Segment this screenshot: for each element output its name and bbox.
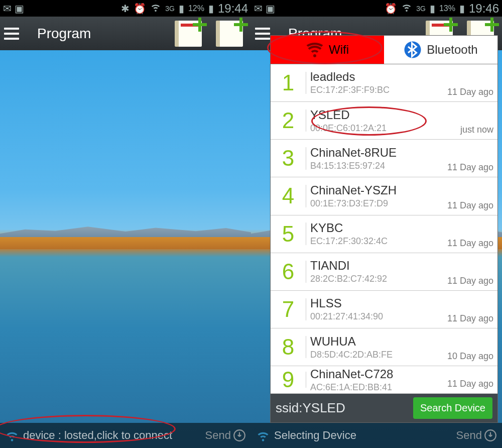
bluetooth-icon — [404, 41, 422, 59]
device-index: 4 — [275, 183, 302, 208]
app-bar: Program — [0, 17, 251, 50]
battery-icon: ▮ — [208, 3, 214, 15]
page-title: Program — [27, 26, 165, 42]
device-mac: D8:5D:4C:2D:AB:FE — [310, 350, 447, 360]
device-ago: just now — [460, 125, 493, 139]
send-button[interactable]: Send — [205, 429, 246, 442]
ssid-label: ssid:YSLED — [276, 400, 408, 416]
send-button[interactable]: Send — [456, 429, 497, 442]
phone-left: ✉ ▣ ✱ ⏰ 3G ▮ 12% ▮ 19:44 Program device … — [0, 0, 251, 448]
wifi-icon — [306, 41, 324, 59]
battery-percent: 12% — [188, 4, 204, 13]
bottom-bar: device : losted,click to connect Send — [0, 423, 251, 448]
device-list: 1leadledsEC:17:2F:3F:F9:BC11 Day ago2YSL… — [271, 64, 497, 394]
device-mac: EC:17:2F:30:32:4C — [310, 236, 447, 247]
device-status-text[interactable]: device : losted,click to connect — [23, 429, 172, 442]
wifi-icon — [401, 2, 412, 15]
network-type: 3G — [165, 5, 175, 13]
device-name: KYBC — [310, 221, 447, 235]
device-ago: 11 Day ago — [447, 162, 493, 177]
mail-icon: ✉ — [3, 3, 12, 15]
alarm-icon: ⏰ — [385, 3, 397, 15]
device-index: 2 — [275, 108, 302, 133]
tab-wifi[interactable]: Wifi — [271, 36, 384, 64]
device-name: leadleds — [310, 70, 447, 84]
download-icon: ▣ — [15, 3, 24, 15]
download-circle-icon — [233, 429, 246, 442]
clock: 19:46 — [469, 2, 499, 16]
dialog-footer: ssid:YSLED Search Device — [271, 394, 497, 422]
bluetooth-icon: ✱ — [121, 3, 130, 15]
add-page-button[interactable] — [173, 19, 206, 49]
device-name: ChinaNet-8RUE — [310, 146, 447, 160]
tab-bluetooth[interactable]: Bluetooth — [384, 36, 497, 64]
device-name: WUHUA — [310, 334, 447, 349]
device-mac: 00:0E:C6:01:2A:21 — [310, 123, 460, 134]
add-list-button[interactable] — [214, 19, 247, 49]
device-row[interactable]: 4ChinaNet-YSZH00:1E:73:D3:E7:D911 Day ag… — [271, 177, 497, 215]
device-status-text: Selecting Device — [274, 429, 356, 442]
device-row[interactable]: 6TIANDI28:2C:B2:C7:42:9211 Day ago — [271, 253, 497, 291]
device-row[interactable]: 7HLSS00:21:27:41:34:9011 Day ago — [271, 291, 497, 328]
menu-button[interactable] — [255, 28, 270, 40]
mail-icon: ✉ — [254, 3, 263, 15]
wifi-icon — [150, 2, 161, 15]
device-name: HLSS — [310, 296, 447, 310]
device-index: 7 — [275, 297, 302, 322]
download-circle-icon — [484, 429, 497, 442]
battery-percent: 13% — [439, 4, 455, 13]
device-row[interactable]: 8WUHUAD8:5D:4C:2D:AB:FE10 Day ago — [271, 328, 497, 366]
device-index: 1 — [275, 70, 302, 95]
device-name: ChinaNet-YSZH — [310, 183, 447, 197]
device-name: TIANDI — [310, 259, 447, 273]
signal-icon: ▮ — [430, 3, 435, 15]
battery-icon: ▮ — [459, 3, 465, 15]
device-row[interactable]: 2YSLED00:0E:C6:01:2A:21just now — [271, 102, 497, 140]
device-mac: EC:17:2F:3F:F9:BC — [310, 85, 447, 95]
device-row[interactable]: 9ChinaNet-C728AC:6E:1A:ED:BB:4111 Day ag… — [271, 366, 497, 394]
search-device-button[interactable]: Search Device — [413, 397, 492, 419]
device-mac: AC:6E:1A:ED:BB:41 — [310, 382, 447, 393]
device-ago: 11 Day ago — [447, 379, 493, 393]
device-ago: 11 Day ago — [447, 238, 493, 253]
device-name: YSLED — [310, 108, 460, 122]
wallpaper — [0, 50, 251, 448]
device-mac: 00:1E:73:D3:E7:D9 — [310, 198, 447, 209]
device-ago: 11 Day ago — [447, 276, 493, 290]
status-bar: ✉ ▣ ⏰ 3G ▮ 13% ▮ 19:46 — [251, 0, 502, 17]
device-row[interactable]: 1leadledsEC:17:2F:3F:F9:BC11 Day ago — [271, 64, 497, 102]
device-index: 6 — [275, 259, 302, 284]
wifi-icon — [256, 428, 270, 442]
device-index: 5 — [275, 221, 302, 247]
device-ago: 11 Day ago — [447, 200, 493, 215]
phone-right: ✉ ▣ ⏰ 3G ▮ 13% ▮ 19:46 Program Selecting… — [251, 0, 502, 448]
device-mac: 28:2C:B2:C7:42:92 — [310, 274, 447, 284]
device-ago: 11 Day ago — [447, 87, 493, 101]
device-row[interactable]: 3ChinaNet-8RUEB4:15:13:E5:97:2411 Day ag… — [271, 140, 497, 177]
clock: 19:44 — [218, 2, 248, 16]
device-mac: 00:21:27:41:34:90 — [310, 311, 447, 322]
device-dialog: Wifi Bluetooth 1leadledsEC:17:2F:3F:F9:B… — [270, 35, 498, 423]
connection-tabs: Wifi Bluetooth — [271, 36, 497, 64]
menu-button[interactable] — [4, 28, 19, 40]
download-icon: ▣ — [266, 3, 275, 15]
status-bar: ✉ ▣ ✱ ⏰ 3G ▮ 12% ▮ 19:44 — [0, 0, 251, 17]
device-index: 9 — [275, 367, 302, 392]
device-mac: B4:15:13:E5:97:24 — [310, 161, 447, 171]
device-row[interactable]: 5KYBCEC:17:2F:30:32:4C11 Day ago — [271, 215, 497, 253]
device-name: ChinaNet-C728 — [310, 367, 447, 381]
alarm-icon: ⏰ — [134, 3, 146, 15]
network-type: 3G — [416, 5, 426, 13]
bottom-bar: Selecting Device Send — [251, 423, 502, 448]
wifi-icon — [5, 428, 19, 442]
device-ago: 10 Day ago — [447, 351, 493, 366]
device-index: 3 — [275, 146, 302, 171]
signal-icon: ▮ — [179, 3, 184, 15]
device-index: 8 — [275, 334, 302, 360]
device-ago: 11 Day ago — [447, 313, 493, 328]
